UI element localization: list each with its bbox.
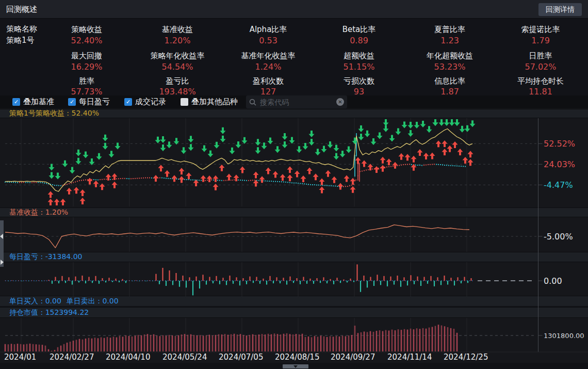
daily-pnl-checkbox[interactable]: ✓每日盈亏 [68, 98, 110, 106]
left-gutter[interactable] [0, 220, 4, 267]
stat-value: 0.89 [314, 36, 404, 45]
top-bar: 回测概述 回测详情 [0, 0, 588, 19]
page-title: 回测概述 [6, 5, 37, 14]
chevron-down-icon [293, 365, 298, 368]
stat-label: 盈亏比 [132, 76, 223, 86]
checkbox-label: 叠加基准 [23, 97, 54, 107]
stat-value: 57.02% [495, 62, 586, 72]
x-axis-tick: 2024/02/27 [50, 352, 94, 362]
stat-label: 亏损次数 [314, 76, 404, 86]
chart-toolbar: ✓叠加基准✓每日盈亏✓成交记录叠加其他品种 ✕ [0, 95, 588, 108]
x-axis-tick: 2024/04/10 [106, 352, 150, 362]
gutter-collapse-icon[interactable] [0, 234, 3, 239]
checkbox-checked-icon[interactable]: ✓ [68, 98, 76, 106]
checkbox-label: 成交记录 [135, 97, 166, 107]
strategy-axis-label: 24.03% [544, 159, 575, 169]
stat-label: 盈利次数 [223, 76, 314, 86]
x-axis-tick: 2024/11/14 [387, 352, 432, 362]
x-axis-tick: 2024/08/15 [275, 352, 319, 362]
backtest-detail-button[interactable]: 回测详情 [538, 3, 582, 16]
x-axis-tick: 2024/05/24 [162, 352, 207, 362]
overlay-benchmark-checkbox[interactable]: ✓叠加基准 [12, 98, 54, 106]
search-input[interactable] [259, 98, 334, 107]
stat-value: 1.23 [404, 36, 495, 45]
stat-label: 平均持仓时长 [495, 76, 586, 86]
stat-label: 最大回撤 [41, 51, 132, 61]
checkbox-checked-icon[interactable]: ✓ [12, 98, 20, 106]
gutter-expand-icon[interactable] [1, 260, 4, 265]
charts-canvas[interactable] [0, 109, 588, 363]
strategy-axis-label: 52.52% [544, 139, 575, 149]
stat-value: 0.53 [223, 36, 314, 45]
stat-value: 1.20% [132, 36, 223, 45]
stat-label: 索提诺比率 [495, 25, 586, 35]
stat-label: 超额收益 [314, 51, 404, 61]
stat-label: Alpha比率 [223, 25, 314, 35]
stat-label: 胜率 [41, 76, 132, 86]
stat-value: 1.79 [495, 36, 586, 45]
overlay-other-symbols-checkbox[interactable]: 叠加其他品种 [181, 98, 238, 106]
x-axis: 2024/012024/02/272024/04/102024/05/24202… [0, 352, 588, 362]
stat-label: 年化超额收益 [404, 51, 495, 61]
collapse-handle[interactable] [283, 364, 308, 368]
stat-value: 51.15% [314, 62, 404, 72]
stat-label: 策略年化收益率 [132, 51, 223, 61]
x-axis-tick: 2024/09/27 [331, 352, 375, 362]
stat-value: 53.23% [404, 62, 495, 72]
clear-icon[interactable]: ✕ [336, 98, 344, 106]
checkbox-checked-icon[interactable]: ✓ [124, 98, 132, 106]
stat-label: 日胜率 [495, 51, 586, 61]
search-icon [249, 99, 256, 106]
strategy-name-label: 策略名称 [6, 24, 37, 34]
strategy-name-value: 策略1号 [6, 36, 35, 45]
stats-panel: 策略名称 策略1号 策略收益52.40%基准收益1.20%Alpha比率0.53… [0, 19, 588, 95]
checkbox-label: 每日盈亏 [79, 97, 110, 107]
backtest-overview-screen: 回测概述 回测详情 策略名称 策略1号 策略收益52.40%基准收益1.20%A… [0, 0, 588, 369]
stat-label: 信息比率 [404, 76, 495, 86]
stat-value: 52.40% [41, 36, 132, 45]
daily-pnl-axis-label: 0.00 [544, 276, 562, 286]
checkbox-unchecked-icon[interactable] [181, 98, 188, 106]
stat-label: 策略收益 [41, 25, 132, 35]
bottom-bar [0, 363, 588, 369]
x-axis-tick: 2024/01 [4, 352, 36, 362]
x-axis-tick: 2024/07/05 [219, 352, 263, 362]
checkbox-label: 叠加其他品种 [191, 97, 238, 107]
strategy-axis-label: -4.47% [544, 180, 573, 190]
stat-value: 54.54% [132, 62, 223, 72]
search-box[interactable]: ✕ [246, 95, 347, 108]
benchmark-axis-label: -5.00% [544, 232, 573, 242]
stat-label: Beta比率 [314, 25, 404, 35]
stat-label: 基准年化收益率 [223, 51, 314, 61]
stat-value: 1.24% [223, 62, 314, 72]
x-axis-tick: 2024/12/25 [444, 352, 488, 362]
trade-records-checkbox[interactable]: ✓成交记录 [124, 98, 166, 106]
stat-value: 16.29% [41, 62, 132, 72]
position-axis-label: 1301800.00 [544, 332, 584, 340]
stat-label: 基准收益 [132, 25, 223, 35]
stat-label: 夏普比率 [404, 25, 495, 35]
